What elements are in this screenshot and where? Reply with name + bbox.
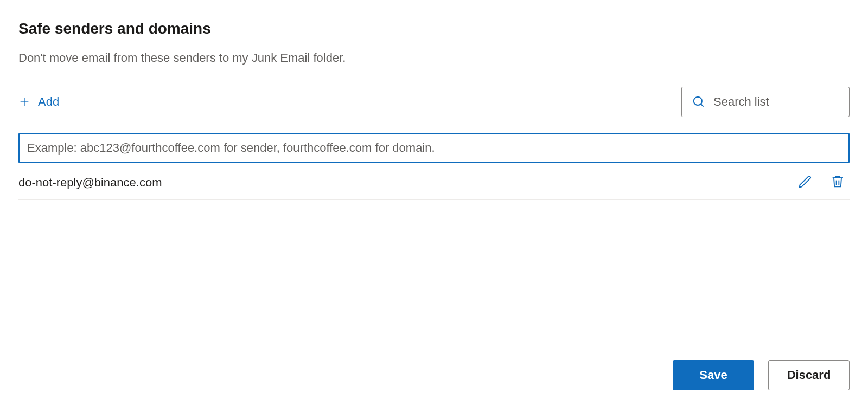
safe-senders-panel: { "header": { "title": "Safe senders and… — [0, 0, 868, 399]
footer-separator — [0, 339, 868, 339]
list-item-actions — [796, 174, 850, 191]
page-description: Don't move email from these senders to m… — [18, 51, 850, 65]
footer-bar: Save Discard — [0, 360, 868, 390]
add-button-label: Add — [38, 95, 59, 109]
list-item-email: do-not-reply@binance.com — [18, 176, 162, 190]
pencil-icon — [797, 174, 813, 191]
toolbar: Add — [18, 87, 850, 117]
search-input[interactable] — [713, 95, 863, 109]
search-icon — [692, 94, 706, 110]
add-entry-input[interactable] — [18, 133, 850, 163]
svg-point-2 — [694, 96, 702, 105]
add-button[interactable]: Add — [18, 95, 59, 109]
delete-button[interactable] — [829, 174, 846, 191]
edit-button[interactable] — [796, 174, 814, 191]
discard-button[interactable]: Discard — [768, 360, 850, 390]
save-button[interactable]: Save — [673, 360, 754, 390]
list-item: do-not-reply@binance.com — [18, 169, 850, 200]
search-box[interactable] — [681, 87, 850, 117]
plus-icon — [18, 96, 30, 108]
trash-icon — [830, 174, 845, 191]
page-title: Safe senders and domains — [18, 20, 850, 38]
safe-senders-list: do-not-reply@binance.com — [18, 127, 850, 200]
svg-line-3 — [701, 104, 704, 106]
